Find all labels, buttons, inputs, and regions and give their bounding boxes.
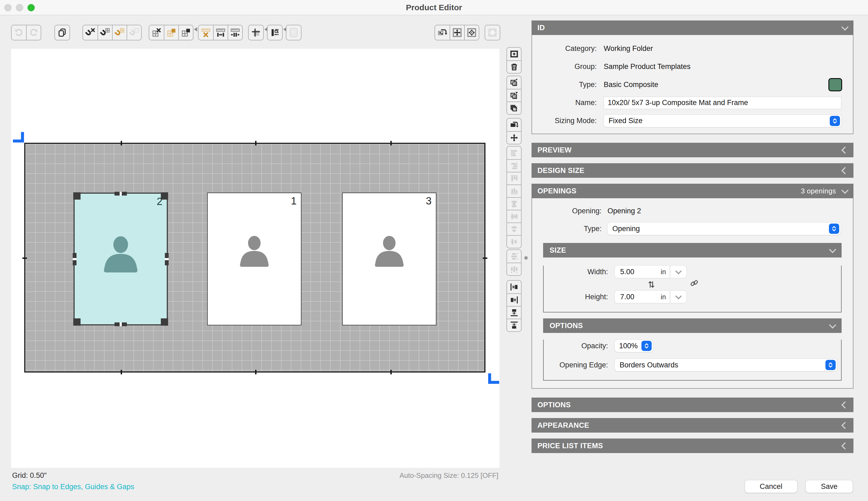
- sizing-mode-select[interactable]: Fixed Size: [604, 115, 841, 127]
- push-bottom-button[interactable]: [507, 319, 521, 331]
- appearance-panel-header[interactable]: APPEARANCE: [532, 418, 854, 433]
- grid-tick: [22, 257, 27, 259]
- spacing-inner-button[interactable]: [213, 25, 228, 40]
- opening-2[interactable]: 2: [74, 193, 168, 326]
- auto-spacing-status: Auto-Spacing Size: 0.125 [OFF]: [377, 471, 499, 480]
- type-color-swatch[interactable]: [828, 78, 842, 91]
- flyout-arrow-icon: [264, 27, 268, 32]
- snap-to-grid-button[interactable]: [97, 25, 112, 40]
- delete-opening-button[interactable]: [507, 60, 521, 73]
- chevron-down-icon: [675, 268, 682, 274]
- person-placeholder-icon: [237, 235, 272, 268]
- selection-edge-handle[interactable]: [115, 192, 127, 195]
- size-subpanel-header[interactable]: SIZE: [543, 243, 842, 257]
- panel-splitter-handle[interactable]: [524, 256, 528, 260]
- copy-previous-icon: 3: [510, 91, 518, 100]
- align-center-h-button[interactable]: [507, 197, 521, 210]
- copy-next-button[interactable]: 3: [507, 76, 521, 89]
- size-subpanel: SIZE Width: 5.00 in: [543, 243, 842, 312]
- rotate-opening-button[interactable]: [507, 118, 521, 131]
- chevron-down-icon: [841, 186, 849, 194]
- snap-off-button[interactable]: [83, 25, 97, 40]
- name-field[interactable]: [604, 97, 841, 109]
- opening-options-subpanel-header[interactable]: OPTIONS: [543, 318, 842, 333]
- height-dropdown-button[interactable]: [670, 296, 686, 298]
- link-dimensions-button[interactable]: [689, 278, 699, 288]
- price-list-items-panel-header[interactable]: PRICE LIST ITEMS: [532, 438, 854, 453]
- copy-multiple-button[interactable]: ?: [507, 102, 521, 114]
- popup-stepper-icon: [830, 116, 840, 126]
- add-opening-button[interactable]: [507, 48, 521, 60]
- preview-panel-header[interactable]: PREVIEW: [532, 143, 854, 157]
- options-panel-header[interactable]: OPTIONS: [532, 397, 854, 412]
- copy-previous-button[interactable]: 3: [507, 89, 521, 102]
- save-button[interactable]: Save: [805, 480, 853, 493]
- distribute-horizontal-button[interactable]: [507, 263, 521, 275]
- effects-icon: [487, 28, 497, 38]
- duplicate-button[interactable]: [55, 25, 69, 40]
- opening-edge-select[interactable]: Borders Outwards: [615, 359, 837, 371]
- mat-border-button[interactable]: [286, 25, 301, 40]
- redo-button[interactable]: [26, 25, 41, 40]
- selection-edge-handle[interactable]: [165, 253, 169, 265]
- opening-1[interactable]: 1: [207, 193, 301, 326]
- grid-add-button[interactable]: [164, 25, 178, 40]
- move-opening-button[interactable]: [507, 131, 521, 144]
- snap-status[interactable]: Snap: Snap to Edges, Guides & Gaps: [12, 483, 134, 491]
- lock-group: [267, 25, 282, 40]
- distribute-vertical-button[interactable]: [507, 250, 521, 263]
- snap-to-guides-button[interactable]: [112, 25, 127, 40]
- height-field[interactable]: 7.00 in: [615, 291, 686, 303]
- selection-corner-handle[interactable]: [73, 318, 81, 326]
- grid-remove-button[interactable]: [149, 25, 164, 40]
- align-middle-v-button[interactable]: [507, 235, 521, 248]
- spacing-outer-button[interactable]: [228, 25, 242, 40]
- push-top-button[interactable]: [507, 306, 521, 319]
- person-placeholder-icon: [100, 235, 141, 274]
- align-right-button[interactable]: [507, 159, 521, 172]
- distribute-group: [506, 249, 522, 276]
- selection-corner-handle[interactable]: [73, 192, 81, 200]
- opacity-label: Opacity:: [544, 342, 608, 350]
- design-canvas[interactable]: 213: [11, 49, 500, 468]
- fit-view-button[interactable]: [450, 25, 464, 40]
- auto-spacing-off-button[interactable]: [199, 25, 213, 40]
- chevron-down-icon: [841, 23, 849, 31]
- category-value: Working Folder: [604, 44, 653, 53]
- cancel-button[interactable]: Cancel: [744, 480, 797, 493]
- guides-button[interactable]: [249, 25, 263, 40]
- options-panel-title: OPTIONS: [537, 401, 571, 409]
- push-left-button[interactable]: [507, 281, 521, 293]
- effects-button[interactable]: [485, 25, 500, 40]
- undo-button[interactable]: [12, 25, 26, 40]
- align-left-button[interactable]: [507, 147, 521, 159]
- selection-edge-handle[interactable]: [73, 253, 76, 265]
- opacity-select[interactable]: 100%: [615, 340, 653, 352]
- lock-spacing-button[interactable]: [268, 25, 282, 40]
- swap-width-height-button[interactable]: [646, 280, 656, 289]
- opening-number: 1: [291, 195, 297, 207]
- grid-group: [149, 25, 193, 40]
- width-field[interactable]: 5.00 in: [615, 266, 686, 278]
- center-view-button[interactable]: [464, 25, 479, 40]
- openings-panel-header[interactable]: OPENINGS 3 openings: [532, 184, 854, 198]
- align-middle-h-button[interactable]: [507, 223, 521, 235]
- align-bottom-button[interactable]: [507, 184, 521, 197]
- opening-type-select[interactable]: Opening: [608, 223, 840, 235]
- align-top-button[interactable]: [507, 172, 521, 184]
- width-dropdown-button[interactable]: [670, 270, 686, 274]
- rotate-view-button[interactable]: [435, 25, 450, 40]
- mat-grid[interactable]: 213: [24, 143, 485, 373]
- design-size-panel-header[interactable]: DESIGN SIZE: [532, 163, 854, 178]
- height-label: Height:: [544, 293, 608, 301]
- selection-corner-handle[interactable]: [161, 318, 168, 326]
- push-right-button[interactable]: [507, 293, 521, 306]
- align-center-v-button[interactable]: [507, 210, 521, 223]
- selection-corner-handle[interactable]: [161, 192, 168, 200]
- opening-3[interactable]: 3: [342, 193, 437, 326]
- selection-edge-handle[interactable]: [115, 322, 127, 326]
- id-panel-header[interactable]: ID: [532, 20, 854, 35]
- grid-layout-button[interactable]: [178, 25, 193, 40]
- snap-to-frame-button[interactable]: [127, 25, 141, 40]
- opening-number: 3: [426, 195, 431, 207]
